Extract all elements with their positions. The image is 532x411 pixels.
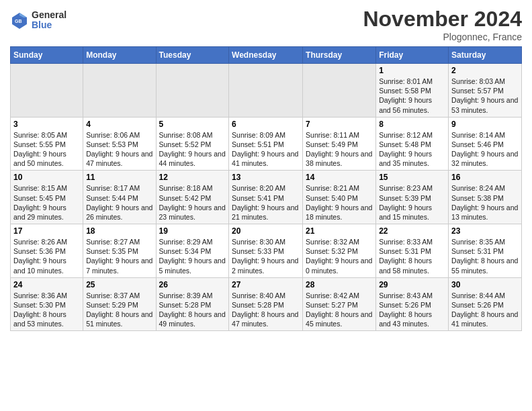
calendar-cell: 4Sunrise: 8:06 AMSunset: 5:53 PMDaylight… [83, 117, 156, 171]
day-info: Sunrise: 8:29 AMSunset: 5:34 PMDaylight:… [159, 237, 226, 275]
calendar-cell: 8Sunrise: 8:12 AMSunset: 5:48 PMDaylight… [376, 117, 449, 171]
day-number: 15 [379, 173, 445, 182]
calendar-cell: 11Sunrise: 8:17 AMSunset: 5:44 PMDayligh… [83, 171, 156, 224]
calendar-cell [303, 64, 376, 118]
calendar-cell: 7Sunrise: 8:11 AMSunset: 5:49 PMDaylight… [303, 117, 376, 171]
calendar-cell [156, 64, 229, 118]
day-info: Sunrise: 8:01 AMSunset: 5:58 PMDaylight:… [379, 77, 445, 115]
day-number: 3 [13, 120, 80, 129]
day-info: Sunrise: 8:33 AMSunset: 5:31 PMDaylight:… [379, 237, 445, 275]
day-number: 27 [232, 280, 300, 289]
calendar-cell [11, 64, 83, 118]
calendar-cell: 14Sunrise: 8:21 AMSunset: 5:40 PMDayligh… [303, 171, 376, 224]
day-info: Sunrise: 8:23 AMSunset: 5:39 PMDaylight:… [379, 183, 445, 222]
calendar-cell: 2Sunrise: 8:03 AMSunset: 5:57 PMDaylight… [449, 64, 522, 118]
day-info: Sunrise: 8:43 AMSunset: 5:26 PMDaylight:… [379, 291, 445, 329]
day-info: Sunrise: 8:30 AMSunset: 5:33 PMDaylight:… [232, 237, 300, 275]
day-info: Sunrise: 8:27 AMSunset: 5:35 PMDaylight:… [86, 237, 152, 275]
calendar-cell: 16Sunrise: 8:24 AMSunset: 5:38 PMDayligh… [449, 171, 522, 224]
calendar-cell: 10Sunrise: 8:15 AMSunset: 5:45 PMDayligh… [11, 171, 83, 224]
col-sunday: Sunday [11, 47, 83, 64]
calendar-cell: 15Sunrise: 8:23 AMSunset: 5:39 PMDayligh… [376, 171, 449, 224]
calendar-table: Sunday Monday Tuesday Wednesday Thursday… [10, 46, 522, 331]
day-number: 21 [306, 226, 373, 236]
day-number: 29 [379, 280, 445, 289]
col-saturday: Saturday [449, 47, 522, 64]
calendar-cell: 20Sunrise: 8:30 AMSunset: 5:33 PMDayligh… [229, 224, 303, 278]
day-info: Sunrise: 8:17 AMSunset: 5:44 PMDaylight:… [86, 183, 152, 222]
calendar-cell: 6Sunrise: 8:09 AMSunset: 5:51 PMDaylight… [229, 117, 303, 171]
day-number: 8 [379, 120, 445, 129]
day-number: 1 [379, 66, 445, 75]
day-number: 5 [159, 120, 226, 129]
calendar-week-row: 3Sunrise: 8:05 AMSunset: 5:55 PMDaylight… [11, 117, 522, 171]
calendar-week-row: 17Sunrise: 8:26 AMSunset: 5:36 PMDayligh… [11, 224, 522, 278]
day-info: Sunrise: 8:37 AMSunset: 5:29 PMDaylight:… [86, 291, 152, 329]
day-info: Sunrise: 8:42 AMSunset: 5:27 PMDaylight:… [306, 291, 373, 329]
calendar-cell: 18Sunrise: 8:27 AMSunset: 5:35 PMDayligh… [83, 224, 156, 278]
day-info: Sunrise: 8:11 AMSunset: 5:49 PMDaylight:… [306, 130, 373, 169]
calendar-header-row: Sunday Monday Tuesday Wednesday Thursday… [11, 47, 522, 64]
day-info: Sunrise: 8:21 AMSunset: 5:40 PMDaylight:… [306, 183, 373, 222]
day-number: 18 [86, 226, 152, 236]
logo-text: General Blue [32, 10, 66, 31]
day-info: Sunrise: 8:15 AMSunset: 5:45 PMDaylight:… [13, 183, 80, 222]
day-number: 11 [86, 173, 152, 182]
day-number: 23 [451, 226, 519, 236]
day-number: 30 [451, 280, 519, 289]
day-number: 24 [13, 280, 80, 289]
month-title: November 2024 [363, 7, 522, 32]
day-info: Sunrise: 8:36 AMSunset: 5:30 PMDaylight:… [13, 291, 80, 329]
calendar-cell: 23Sunrise: 8:35 AMSunset: 5:31 PMDayligh… [449, 224, 522, 278]
day-number: 17 [13, 226, 80, 236]
day-info: Sunrise: 8:32 AMSunset: 5:32 PMDaylight:… [306, 237, 373, 275]
day-number: 12 [159, 173, 226, 182]
day-info: Sunrise: 8:20 AMSunset: 5:41 PMDaylight:… [232, 183, 300, 222]
day-info: Sunrise: 8:08 AMSunset: 5:52 PMDaylight:… [159, 130, 226, 169]
calendar-cell [229, 64, 303, 118]
day-info: Sunrise: 8:09 AMSunset: 5:51 PMDaylight:… [232, 130, 300, 169]
day-number: 26 [159, 280, 226, 289]
calendar-cell: 27Sunrise: 8:40 AMSunset: 5:28 PMDayligh… [229, 277, 303, 331]
calendar-cell: 28Sunrise: 8:42 AMSunset: 5:27 PMDayligh… [303, 277, 376, 331]
calendar-cell: 25Sunrise: 8:37 AMSunset: 5:29 PMDayligh… [83, 277, 156, 331]
calendar-cell [83, 64, 156, 118]
day-number: 4 [86, 120, 152, 129]
calendar-cell: 3Sunrise: 8:05 AMSunset: 5:55 PMDaylight… [11, 117, 83, 171]
logo: GB General Blue [10, 10, 66, 31]
calendar-week-row: 10Sunrise: 8:15 AMSunset: 5:45 PMDayligh… [11, 171, 522, 224]
day-info: Sunrise: 8:06 AMSunset: 5:53 PMDaylight:… [86, 130, 152, 169]
calendar-week-row: 24Sunrise: 8:36 AMSunset: 5:30 PMDayligh… [11, 277, 522, 331]
header: GB General Blue November 2024 Plogonnec,… [10, 7, 522, 42]
calendar-cell: 13Sunrise: 8:20 AMSunset: 5:41 PMDayligh… [229, 171, 303, 224]
day-info: Sunrise: 8:39 AMSunset: 5:28 PMDaylight:… [159, 291, 226, 329]
day-number: 19 [159, 226, 226, 236]
calendar-cell: 12Sunrise: 8:18 AMSunset: 5:42 PMDayligh… [156, 171, 229, 224]
day-info: Sunrise: 8:40 AMSunset: 5:28 PMDaylight:… [232, 291, 300, 329]
calendar-week-row: 1Sunrise: 8:01 AMSunset: 5:58 PMDaylight… [11, 64, 522, 118]
calendar-cell: 1Sunrise: 8:01 AMSunset: 5:58 PMDaylight… [376, 64, 449, 118]
calendar-cell: 9Sunrise: 8:14 AMSunset: 5:46 PMDaylight… [449, 117, 522, 171]
day-info: Sunrise: 8:14 AMSunset: 5:46 PMDaylight:… [451, 130, 519, 169]
col-thursday: Thursday [303, 47, 376, 64]
location-subtitle: Plogonnec, France [363, 32, 522, 42]
day-number: 28 [306, 280, 373, 289]
col-monday: Monday [83, 47, 156, 64]
calendar-cell: 17Sunrise: 8:26 AMSunset: 5:36 PMDayligh… [11, 224, 83, 278]
day-number: 13 [232, 173, 300, 182]
day-number: 10 [13, 173, 80, 182]
day-info: Sunrise: 8:24 AMSunset: 5:38 PMDaylight:… [451, 183, 519, 222]
day-info: Sunrise: 8:26 AMSunset: 5:36 PMDaylight:… [13, 237, 80, 275]
day-info: Sunrise: 8:44 AMSunset: 5:26 PMDaylight:… [451, 291, 519, 329]
day-number: 22 [379, 226, 445, 236]
calendar-cell: 26Sunrise: 8:39 AMSunset: 5:28 PMDayligh… [156, 277, 229, 331]
day-number: 9 [451, 120, 519, 129]
calendar-cell: 21Sunrise: 8:32 AMSunset: 5:32 PMDayligh… [303, 224, 376, 278]
calendar-cell: 29Sunrise: 8:43 AMSunset: 5:26 PMDayligh… [376, 277, 449, 331]
calendar-cell: 22Sunrise: 8:33 AMSunset: 5:31 PMDayligh… [376, 224, 449, 278]
col-tuesday: Tuesday [156, 47, 229, 64]
day-info: Sunrise: 8:05 AMSunset: 5:55 PMDaylight:… [13, 130, 80, 169]
day-info: Sunrise: 8:18 AMSunset: 5:42 PMDaylight:… [159, 183, 226, 222]
calendar-cell: 30Sunrise: 8:44 AMSunset: 5:26 PMDayligh… [449, 277, 522, 331]
day-info: Sunrise: 8:35 AMSunset: 5:31 PMDaylight:… [451, 237, 519, 275]
